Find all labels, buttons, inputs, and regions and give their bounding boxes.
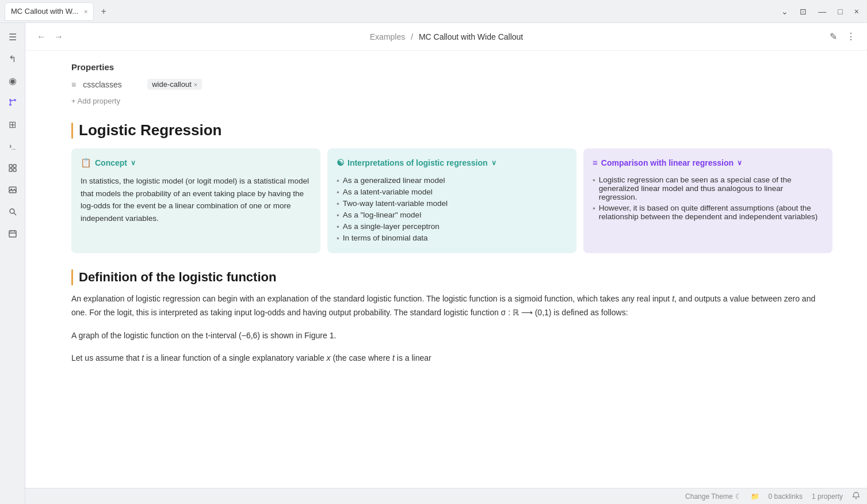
italic-t3: t [392,353,395,362]
folder-icon: 📁 [751,492,759,501]
callout-header-concept[interactable]: 📋 Concept ∨ [81,158,311,168]
h2-heading: Definition of the logistic function [71,269,832,285]
search-icon[interactable] [3,203,22,221]
list-item: Two-way latent-variable model [337,198,567,209]
callout-card-comparison: ≡ Comparison with linear regression ∨ Lo… [583,148,832,253]
breadcrumb-separator: / [411,32,413,41]
list-item: As a "log-linear" model [337,209,567,221]
callout-title-comparison: Comparison with linear regression [601,158,734,167]
nav-arrows: ← → [35,29,66,44]
list-item: As a generalized linear model [337,175,567,186]
breadcrumb-parent[interactable]: Examples [370,32,405,41]
callout-list-interpretations: As a generalized linear model As a laten… [337,175,567,244]
properties-section: Properties ≡ cssclasses wide-callout × +… [71,62,832,108]
content-area: ← → Examples / MC Callout with Wide Call… [25,23,867,504]
change-theme-label: Change Theme [685,492,733,501]
grid-icon[interactable]: ⊞ [3,115,22,133]
terminal-icon[interactable]: ›_ [3,137,22,155]
add-property-button[interactable]: + Add property [71,94,120,108]
property-button[interactable]: 1 property [812,492,843,501]
active-tab[interactable]: MC Callout with W... × [5,2,94,21]
svg-rect-13 [9,231,16,237]
interpretations-icon: ☯ [337,158,344,168]
bell-icon [852,491,860,501]
list-item: However, it is based on quite different … [593,203,823,222]
sidebar-toggle-icon[interactable]: ☰ [3,28,22,46]
folder-icon-button[interactable]: 📁 [751,492,759,501]
edit-button[interactable]: ✎ [827,29,839,44]
list-item: In terms of binomial data [337,232,567,244]
callout-header-comparison[interactable]: ≡ Comparison with linear regression ∨ [593,158,823,167]
body-paragraph-3: Let us assume that t is a linear functio… [71,352,832,365]
svg-rect-6 [13,165,16,167]
globe-icon[interactable]: ◉ [3,71,22,90]
more-options-button[interactable]: ⋮ [844,29,858,44]
h1-heading: Logistic Regression [71,121,832,139]
forward-button[interactable]: → [52,29,66,44]
callout-title-interpretations: Interpretations of logistic regression [347,158,488,167]
callout-card-interpretations: ☯ Interpretations of logistic regression… [327,148,576,253]
moon-icon: ☾ [735,492,742,501]
tab-close-button[interactable]: × [84,8,87,15]
svg-rect-7 [9,169,12,171]
concept-icon: 📋 [81,158,91,168]
list-item: As a latent-variable model [337,186,567,198]
new-tab-button[interactable]: + [96,4,110,19]
status-bar: Change Theme ☾ 📁 0 backlinks 1 property [25,488,867,504]
list-item: As a single-layer perceptron [337,221,567,232]
change-theme-button[interactable]: Change Theme ☾ [685,492,742,501]
property-name[interactable]: cssclasses [83,80,140,89]
app-body: ☰ ↰ ◉ ⊞ ›_ [0,23,867,504]
image-plugin-icon[interactable] [3,181,22,199]
title-bar: MC Callout with W... × + ⌄ ⊡ — □ × [0,0,867,23]
property-list-icon: ≡ [71,80,76,89]
dropdown-button[interactable]: ⌄ [778,6,792,17]
callout-card-concept: 📋 Concept ∨ In statistics, the logistic … [71,148,320,253]
split-view-button[interactable]: ⊡ [796,6,810,17]
property-tag-close-button[interactable]: × [194,81,197,88]
heading-bar [71,123,73,139]
property-tag: wide-callout × [147,79,202,90]
italic-x: x [327,353,331,362]
close-button[interactable]: × [851,6,862,17]
bell-icon-button[interactable] [852,491,860,501]
maximize-button[interactable]: □ [834,6,846,17]
breadcrumb: Examples / MC Callout with Wide Callout [66,32,827,41]
callout-grid: 📋 Concept ∨ In statistics, the logistic … [71,148,832,253]
chevron-down-icon-2: ∨ [491,159,496,167]
list-item: Logistic regression can be seen as a spe… [593,174,823,203]
callout-title-concept: Concept [95,158,127,167]
breadcrumb-current: MC Callout with Wide Callout [419,32,523,41]
editor: Properties ≡ cssclasses wide-callout × +… [25,51,867,488]
svg-point-11 [10,209,14,213]
sort-icon[interactable] [3,159,22,177]
svg-rect-8 [13,169,16,171]
body-paragraph-1: An explanation of logistic regression ca… [71,292,832,320]
top-nav: ← → Examples / MC Callout with Wide Call… [25,23,867,51]
italic-t2: t [142,353,144,362]
svg-point-1 [14,99,16,101]
chevron-down-icon-3: ∨ [737,159,742,167]
back-nav-icon[interactable]: ↰ [3,49,22,68]
callout-body-concept: In statistics, the logistic model (or lo… [81,175,311,224]
svg-rect-5 [9,165,12,167]
window-controls: ⌄ ⊡ — □ × [778,6,862,17]
nav-actions: ✎ ⋮ [827,29,858,44]
property-row: ≡ cssclasses wide-callout × [71,79,832,90]
branch-icon[interactable] [3,93,22,112]
calendar-icon[interactable] [3,224,22,243]
heading-bar-2 [71,269,73,285]
minimize-button[interactable]: — [815,6,830,17]
svg-line-12 [14,213,16,215]
h2-text: Definition of the logistic function [79,270,276,285]
body-paragraph-2: A graph of the logistic function on the … [71,329,832,343]
comparison-icon: ≡ [593,158,598,167]
h1-text: Logistic Regression [79,121,222,139]
backlinks-button[interactable]: 0 backlinks [769,492,803,501]
callout-header-interpretations[interactable]: ☯ Interpretations of logistic regression… [337,158,567,168]
italic-t: t [672,294,674,303]
back-button[interactable]: ← [35,29,48,44]
properties-title: Properties [71,62,832,72]
property-tag-value: wide-callout [152,80,192,89]
left-sidebar: ☰ ↰ ◉ ⊞ ›_ [0,23,25,504]
